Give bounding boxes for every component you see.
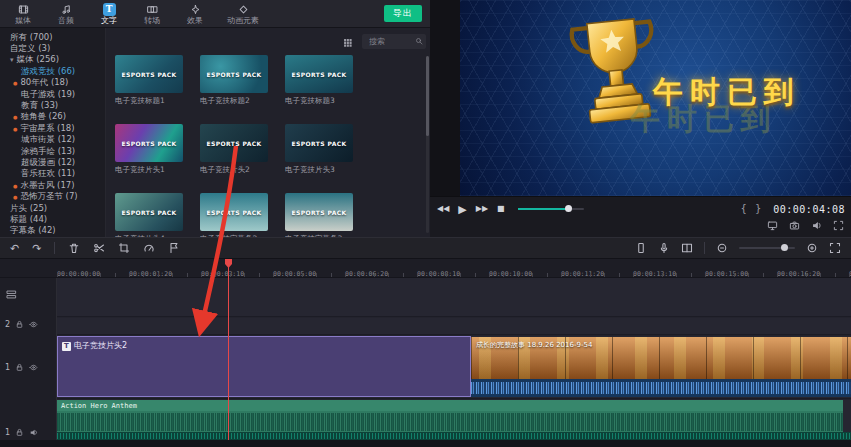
eye-icon[interactable]	[29, 363, 38, 372]
split-view-icon[interactable]	[681, 242, 693, 254]
mark-out-button[interactable]: }	[755, 204, 761, 214]
split-scissors-icon[interactable]	[93, 242, 105, 254]
manage-tracks-icon[interactable]	[6, 284, 17, 303]
timeline-zoom-slider[interactable]	[739, 247, 795, 249]
category-item[interactable]: 所有 (700)	[0, 32, 105, 43]
diamond-icon	[237, 3, 250, 16]
fullscreen-icon[interactable]	[833, 220, 844, 231]
music-clip[interactable]: Action Hero Anthem	[57, 400, 843, 432]
category-item[interactable]: 音乐狂欢 (11)	[0, 169, 105, 180]
asset-card[interactable]: ESPORTS PACK 电子竞技片头2	[200, 124, 268, 175]
tab-media[interactable]: 媒体	[6, 3, 40, 25]
track-number: 2	[5, 320, 10, 329]
category-item[interactable]: 字幕条 (42)	[0, 226, 105, 237]
lock-icon[interactable]	[15, 320, 24, 329]
crop-icon[interactable]	[118, 242, 130, 254]
volume-slider[interactable]	[518, 208, 584, 210]
speed-icon[interactable]	[143, 242, 155, 254]
category-item[interactable]: 超级漫画 (12)	[0, 157, 105, 168]
tab-text[interactable]: T 文字	[92, 3, 126, 25]
redo-button[interactable]: ↷	[32, 243, 41, 254]
export-button[interactable]: 导出	[384, 5, 422, 22]
asset-card[interactable]: ESPORTS PACK 电子竞技标题3	[285, 55, 353, 106]
play-button[interactable]: ▶	[458, 204, 466, 215]
asset-art-text: ESPORTS PACK	[206, 71, 261, 78]
category-item[interactable]: 宇宙星系 (18)	[0, 123, 105, 134]
category-item[interactable]: 媒体 (256)	[0, 55, 105, 66]
zoom-out-icon[interactable]	[716, 242, 728, 254]
category-item[interactable]: 片头 (25)	[0, 203, 105, 214]
category-item[interactable]: 水墨古风 (17)	[0, 180, 105, 191]
asset-card[interactable]: ESPORTS PACK 电子竞技字幕条2	[200, 193, 268, 237]
category-item[interactable]: 标题 (44)	[0, 214, 105, 225]
preview-screen: 午时已到 午时已到	[460, 0, 851, 196]
undo-button[interactable]: ↶	[10, 243, 19, 254]
transport-row: ◀◀ ▶ ▶▶ ■ { } 00:00:04:08	[437, 201, 845, 217]
asset-caption: 电子竞技片头1	[115, 165, 183, 175]
tab-transitions[interactable]: 转场	[135, 3, 169, 25]
category-item[interactable]: 恐怖万圣节 (7)	[0, 191, 105, 202]
snapshot-camera-icon[interactable]	[789, 220, 800, 231]
browser-scrollbar[interactable]	[426, 56, 429, 233]
speaker-icon[interactable]	[811, 220, 822, 231]
category-item[interactable]: 独角兽 (26)	[0, 112, 105, 123]
category-item[interactable]: 游戏竞技 (66)	[0, 66, 105, 77]
portrait-screen-icon[interactable]	[635, 242, 647, 254]
category-item[interactable]: 涂鸦手绘 (13)	[0, 146, 105, 157]
secondary-audio-strip[interactable]	[57, 432, 851, 440]
display-device-icon[interactable]	[767, 220, 778, 231]
asset-card[interactable]: ESPORTS PACK 电子竞技标题1	[115, 55, 183, 106]
empty-track-lane[interactable]	[57, 278, 851, 317]
scrollbar-thumb[interactable]	[426, 56, 429, 136]
asset-tabbar: 媒体 音频 T 文字 转场 效果 动画元素 导出	[0, 0, 430, 28]
asset-card[interactable]: ESPORTS PACK 电子竞技片头3	[285, 124, 353, 175]
asset-grid: ESPORTS PACK 电子竞技标题1 ESPORTS PACK 电子竞技标题…	[115, 55, 422, 237]
tab-label: 音频	[58, 16, 74, 25]
category-item[interactable]: 80年代 (18)	[0, 78, 105, 89]
rewind-button[interactable]: ◀◀	[437, 205, 449, 213]
category-item[interactable]: 城市街景 (12)	[0, 135, 105, 146]
slider-knob[interactable]	[565, 205, 572, 212]
stop-button[interactable]: ■	[497, 205, 505, 213]
asset-art-text: ESPORTS PACK	[291, 209, 346, 216]
lock-icon[interactable]	[15, 428, 24, 437]
asset-card[interactable]: ESPORTS PACK 电子竞技片头1	[115, 124, 183, 175]
asset-card[interactable]: ESPORTS PACK 电子竞技字幕条3	[285, 193, 353, 237]
mute-speaker-icon[interactable]	[29, 428, 38, 437]
timeline-ruler[interactable]: 00:00:00:0000:00:01:2000:00:03:1000:00:0…	[0, 259, 851, 278]
tab-effects[interactable]: 效果	[178, 3, 212, 25]
zoom-knob[interactable]	[781, 244, 788, 251]
search-input[interactable]	[367, 36, 415, 47]
library-panel: 媒体 音频 T 文字 转场 效果 动画元素 导出	[0, 0, 430, 237]
playhead-line[interactable]	[228, 259, 229, 440]
tab-audio[interactable]: 音频	[49, 3, 83, 25]
zoom-in-icon[interactable]	[806, 242, 818, 254]
current-timecode: 00:00:04:08	[773, 204, 845, 215]
asset-thumbnail: ESPORTS PACK	[285, 193, 353, 231]
asset-caption: 电子竞技片头3	[285, 165, 353, 175]
category-item[interactable]: 自定义 (3)	[0, 43, 105, 54]
grid-view-icon[interactable]	[342, 32, 353, 51]
overlay-text: 午时已到	[653, 72, 801, 113]
eye-icon[interactable]	[29, 320, 38, 329]
category-item[interactable]: 教育 (33)	[0, 100, 105, 111]
marker-icon[interactable]	[168, 242, 180, 254]
fast-forward-button[interactable]: ▶▶	[476, 205, 488, 213]
asset-browser: ESPORTS PACK 电子竞技标题1 ESPORTS PACK 电子竞技标题…	[106, 28, 430, 237]
zoom-fit-icon[interactable]	[829, 242, 841, 254]
asset-art-text: ESPORTS PACK	[206, 140, 261, 147]
asset-card[interactable]: ESPORTS PACK 电子竞技片头4	[115, 193, 183, 237]
asset-card[interactable]: ESPORTS PACK 电子竞技标题2	[200, 55, 268, 106]
title-clip[interactable]: T电子竞技片头2	[57, 336, 471, 397]
overlay-track-lane[interactable]	[57, 318, 851, 335]
asset-thumbnail: ESPORTS PACK	[200, 55, 268, 93]
mark-in-button[interactable]: {	[741, 204, 747, 214]
video-editor-app: 媒体 音频 T 文字 转场 效果 动画元素 导出	[0, 0, 851, 447]
tab-elements[interactable]: 动画元素	[221, 3, 265, 25]
microphone-icon[interactable]	[658, 242, 670, 254]
lock-icon[interactable]	[15, 363, 24, 372]
asset-art-text: ESPORTS PACK	[121, 71, 176, 78]
category-item[interactable]: 电子游戏 (19)	[0, 89, 105, 100]
video-clip[interactable]: 成长的完整故事 18.9.26 2016-9-54	[471, 337, 851, 397]
delete-icon[interactable]	[68, 242, 80, 254]
